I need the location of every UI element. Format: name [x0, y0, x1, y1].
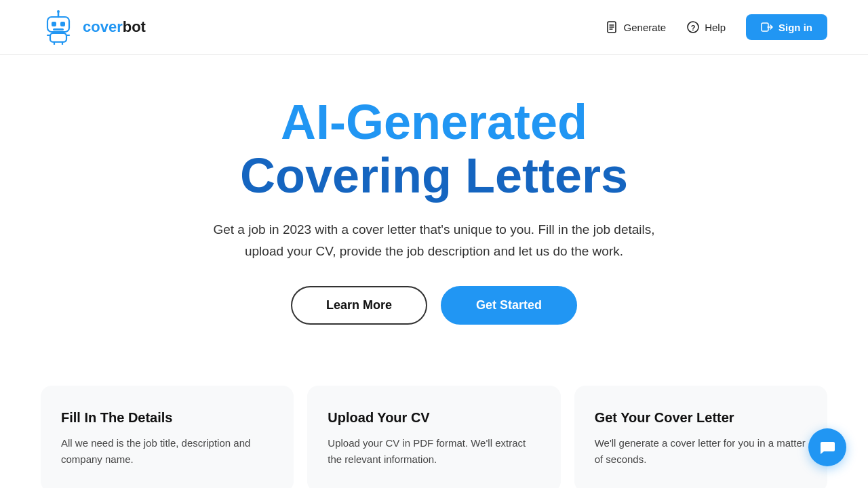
svg-rect-3 [52, 22, 56, 26]
learn-more-button[interactable]: Learn More [291, 286, 427, 325]
svg-rect-4 [60, 22, 65, 26]
nav-right: Generate ? Help Sign in [606, 14, 827, 40]
hero-title-line1: AI-Generated [41, 96, 827, 149]
generate-label: Generate [624, 22, 667, 33]
svg-rect-6 [50, 33, 66, 42]
signin-label: Sign in [778, 22, 812, 33]
svg-text:?: ? [691, 24, 696, 32]
cards-section: Fill In The Details All we need is the j… [0, 386, 868, 488]
help-nav-item[interactable]: ? Help [686, 20, 726, 34]
hero-buttons: Learn More Get Started [41, 286, 827, 325]
svg-point-1 [57, 10, 60, 13]
logo-text: coverbot [83, 18, 146, 36]
generate-nav-item[interactable]: Generate [606, 20, 667, 34]
signin-button[interactable]: Sign in [746, 14, 827, 40]
card-upload-cv: Upload Your CV Upload your CV in PDF for… [307, 386, 560, 488]
svg-rect-5 [53, 28, 64, 30]
card-fill-details-desc: All we need is the job title, descriptio… [61, 435, 273, 468]
card-cover-letter-desc: We'll generate a cover letter for you in… [595, 435, 807, 468]
logo[interactable]: coverbot [41, 9, 146, 45]
help-label: Help [705, 22, 726, 33]
card-fill-details-title: Fill In The Details [61, 410, 273, 426]
signin-icon [761, 21, 773, 33]
card-cover-letter-title: Get Your Cover Letter [595, 410, 807, 426]
chat-button[interactable] [808, 428, 846, 466]
card-cover-letter: Get Your Cover Letter We'll generate a c… [574, 386, 827, 488]
chat-icon [818, 439, 836, 456]
card-upload-cv-title: Upload Your CV [328, 410, 540, 426]
navbar: coverbot Generate ? Help [0, 0, 868, 55]
generate-icon [606, 20, 619, 34]
hero-section: AI-Generated Covering Letters Get a job … [0, 55, 868, 386]
hero-title-line2: Covering Letters [41, 149, 827, 203]
get-started-button[interactable]: Get Started [441, 286, 577, 325]
help-icon: ? [686, 20, 700, 34]
card-upload-cv-desc: Upload your CV in PDF format. We'll extr… [328, 435, 540, 468]
robot-icon [41, 9, 76, 45]
card-fill-details: Fill In The Details All we need is the j… [41, 386, 294, 488]
hero-subtitle: Get a job in 2023 with a cover letter th… [210, 219, 658, 262]
